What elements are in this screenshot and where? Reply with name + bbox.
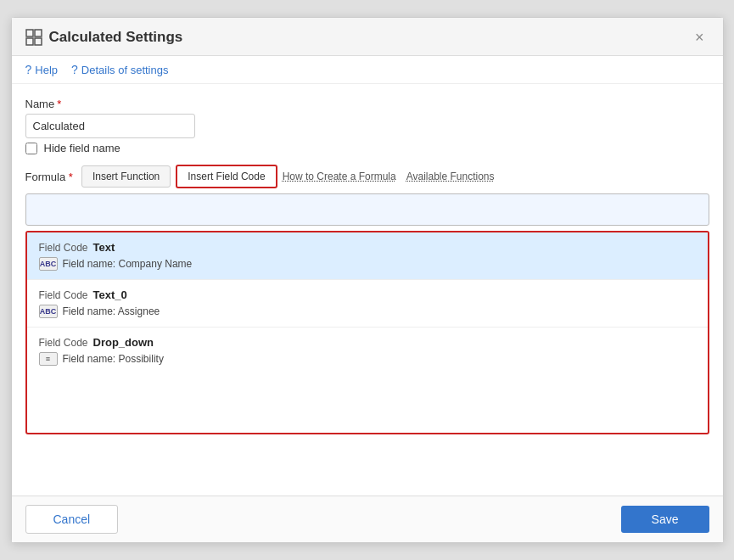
help-link[interactable]: ? Help [25,63,59,76]
field-type-icon: ABC [39,257,58,271]
cancel-button[interactable]: Cancel [25,505,119,534]
fci-code: Text [93,241,115,254]
formula-toolbar: Formula * Insert Function Insert Field C… [25,165,709,188]
question-icon: ? [25,63,32,76]
fci-fieldname: Field name: Company Name [63,258,193,270]
hide-field-row: Hide field name [25,142,709,154]
fci-label: Field Code [39,242,88,254]
help-bar: ? Help ? Details of settings [12,56,723,84]
details-link[interactable]: ? Details of settings [71,63,168,76]
svg-rect-3 [35,38,42,45]
hide-field-label: Hide field name [44,142,120,154]
name-label: Name * [25,98,709,110]
insert-field-code-button[interactable]: Insert Field Code [176,165,277,188]
fci-fieldname: Field name: Possibility [63,353,164,365]
fci-label: Field Code [39,337,88,349]
svg-rect-0 [26,30,33,36]
fci-label: Field Code [39,289,88,301]
formula-label: Formula * [25,171,73,183]
field-code-item[interactable]: Field Code Text ABC Field name: Company … [27,232,708,280]
modal-body: Name * Hide field name Formula * Insert … [12,84,723,496]
svg-rect-2 [26,38,33,45]
field-type-icon: ≡ [39,352,58,366]
formula-section: Formula * Insert Function Insert Field C… [25,165,709,489]
fci-fieldrow: ABC Field name: Company Name [39,257,696,271]
modal-title-area: Calculated Settings [25,29,183,46]
field-type-icon: ABC [39,305,58,318]
grid-icon [25,29,42,46]
hide-field-checkbox[interactable] [25,143,37,154]
available-functions-link[interactable]: Available Functions [406,171,495,182]
question-icon-2: ? [71,63,78,76]
fci-code: Text_0 [93,288,127,301]
fci-header: Field Code Text [39,241,696,254]
svg-rect-1 [35,30,42,36]
fci-fieldrow: ≡ Field name: Possibility [39,352,696,366]
name-required-star: * [57,98,61,110]
name-section: Name * Hide field name [25,98,709,154]
fci-code: Drop_down [93,336,154,349]
field-code-item[interactable]: Field Code Drop_down ≡ Field name: Possi… [27,328,708,374]
name-input[interactable] [25,114,195,138]
modal-header: Calculated Settings × [12,18,723,56]
fci-header: Field Code Text_0 [39,288,696,301]
formula-required-star: * [69,171,73,183]
fci-header: Field Code Drop_down [39,336,696,349]
save-button[interactable]: Save [621,506,709,533]
calculated-settings-modal: Calculated Settings × ? Help ? Details o… [11,17,724,543]
insert-function-button[interactable]: Insert Function [81,165,171,188]
modal-title: Calculated Settings [49,29,183,46]
close-button[interactable]: × [690,28,709,47]
how-to-link[interactable]: How to Create a Formula [283,171,396,182]
modal-footer: Cancel Save [12,496,723,542]
fci-fieldrow: ABC Field name: Assignee [39,305,696,318]
formula-input[interactable] [25,193,709,226]
fci-fieldname: Field name: Assignee [63,305,160,317]
field-code-list: Field Code Text ABC Field name: Company … [25,231,709,434]
field-code-item[interactable]: Field Code Text_0 ABC Field name: Assign… [27,280,708,328]
